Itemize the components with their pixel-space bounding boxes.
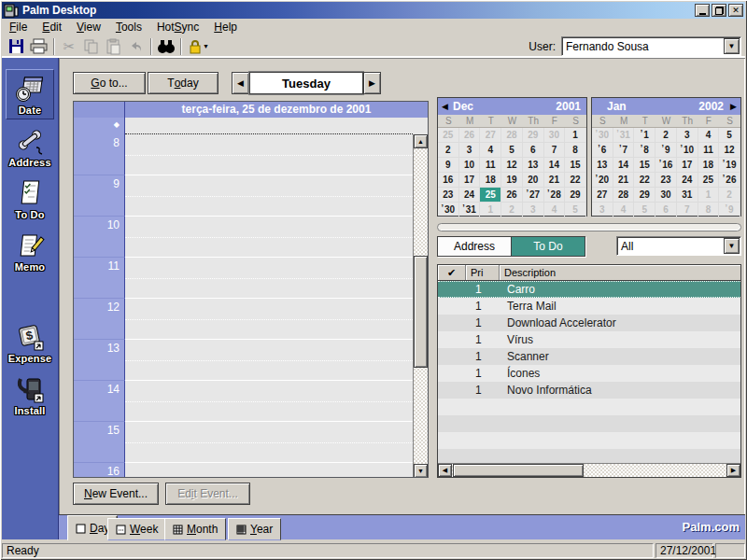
calendar-day[interactable]: 20 — [523, 173, 544, 188]
calendar-day[interactable]: 30 — [655, 188, 677, 203]
tab-year-view[interactable]: Year — [228, 518, 281, 540]
hour-slot[interactable] — [125, 422, 413, 463]
column-priority[interactable]: Pri — [466, 265, 500, 280]
calendar-day[interactable]: 1 — [480, 203, 501, 217]
calendar-day[interactable]: 27 — [480, 128, 501, 143]
tab-address[interactable]: Address — [438, 237, 511, 256]
calendar-day[interactable]: 12 — [719, 143, 740, 158]
calendar-day[interactable]: 11 — [480, 158, 501, 173]
calendar-day[interactable]: ’26 — [719, 173, 740, 188]
calendar-day[interactable]: 4 — [480, 143, 501, 158]
calendar-day[interactable]: 18 — [698, 158, 720, 173]
calendar-day[interactable]: ’7 — [613, 143, 635, 158]
menu-help[interactable]: Help — [206, 20, 245, 35]
next-month-icon[interactable]: ▶ — [726, 102, 737, 111]
print-button[interactable] — [28, 36, 50, 57]
column-checkmark[interactable]: ✔ — [438, 265, 466, 280]
menu-view[interactable]: View — [69, 20, 108, 35]
calendar-day[interactable]: 2 — [438, 143, 459, 158]
calendar-day[interactable]: 3 — [592, 203, 613, 217]
hour-slot[interactable] — [125, 299, 413, 340]
calendar-day[interactable]: 23 — [438, 188, 459, 203]
calendar-day[interactable]: ’30 — [438, 203, 459, 217]
calendar-day[interactable]: 16 — [438, 173, 459, 188]
calendar-day[interactable]: 1 — [698, 188, 720, 203]
scroll-down-button[interactable]: ▼ — [414, 464, 428, 478]
calendar-day[interactable]: 19 — [501, 173, 523, 188]
hour-slot[interactable] — [125, 340, 413, 381]
calendar-day[interactable]: ’16 — [655, 158, 677, 173]
menu-tools[interactable]: Tools — [108, 20, 149, 35]
calendar-day[interactable]: 2 — [719, 188, 740, 203]
calendar-day[interactable]: 6 — [523, 143, 544, 158]
calendar-day[interactable]: 5 — [634, 203, 655, 217]
lock-button[interactable]: ▼ — [185, 36, 213, 57]
calendar-day[interactable]: 27 — [592, 188, 613, 203]
calendar-day[interactable]: 4 — [613, 203, 635, 217]
calendar-day[interactable]: 6 — [655, 203, 677, 217]
calendar-day[interactable]: 2 — [501, 203, 523, 217]
calendar-day[interactable]: 18 — [480, 173, 501, 188]
calendar-day[interactable]: ’10 — [677, 143, 698, 158]
copy-button[interactable] — [80, 36, 103, 57]
calendar-day[interactable]: 5 — [565, 203, 586, 217]
calendar-day[interactable]: 31 — [677, 188, 698, 203]
sidebar-item-todo[interactable]: To Do — [6, 174, 54, 224]
restore-button[interactable] — [712, 4, 726, 17]
sidebar-item-address[interactable]: Address — [6, 121, 54, 172]
calendar-day[interactable]: 17 — [459, 173, 481, 188]
calendar-day[interactable]: 25 — [698, 173, 720, 188]
scrollbar-thumb[interactable] — [414, 256, 428, 368]
hour-slot[interactable] — [125, 258, 413, 299]
calendar-day[interactable]: 13 — [592, 158, 613, 173]
calendar-day[interactable]: ’1 — [634, 128, 655, 143]
tab-week-view[interactable]: Week — [107, 518, 166, 540]
calendar-day[interactable]: 5 — [501, 143, 523, 158]
find-button[interactable] — [155, 36, 177, 57]
calendar-day[interactable]: 2 — [655, 128, 677, 143]
calendar-day[interactable]: 7 — [544, 143, 566, 158]
calendar-day[interactable]: 11 — [698, 143, 720, 158]
calendar-day[interactable]: 15 — [634, 158, 655, 173]
calendar-day[interactable]: 26 — [501, 188, 523, 203]
calendar-day[interactable]: 1 — [565, 128, 586, 143]
calendar-day[interactable]: 17 — [677, 158, 698, 173]
calendar-day[interactable]: 7 — [677, 203, 698, 217]
menu-file[interactable]: File — [2, 20, 35, 35]
calendar-day[interactable]: 26 — [459, 128, 481, 143]
calendar-day[interactable]: 24 — [677, 173, 698, 188]
calendar-day[interactable]: 5 — [719, 128, 740, 143]
scrollbar-thumb[interactable] — [453, 464, 584, 477]
user-dropdown-arrow[interactable]: ▼ — [724, 38, 740, 54]
hour-slot[interactable] — [125, 175, 413, 217]
tab-month-view[interactable]: Month — [164, 518, 226, 540]
untimed-event-row[interactable]: ◆ — [74, 118, 413, 134]
calendar-day[interactable]: ’30 — [592, 128, 613, 143]
calendar-day[interactable]: 29 — [565, 188, 586, 203]
menu-hotsync[interactable]: HotSync — [149, 20, 206, 35]
edit-event-button[interactable]: Edit Event... — [165, 483, 250, 505]
calendar-day[interactable]: 15 — [565, 158, 586, 173]
calendar-day[interactable]: 21 — [613, 173, 635, 188]
calendar-day[interactable]: ’20 — [592, 173, 613, 188]
sidebar-item-date[interactable]: Date — [6, 69, 54, 119]
calendar-day[interactable]: 3 — [459, 143, 481, 158]
calendar-day[interactable]: ’6 — [592, 143, 613, 158]
calendar-day[interactable]: 14 — [613, 158, 635, 173]
calendar-day[interactable]: 4 — [544, 203, 566, 217]
todo-filter-select[interactable]: All ▼ — [616, 236, 741, 256]
todo-row[interactable]: 1Ícones — [438, 365, 740, 382]
today-button[interactable]: Today — [148, 72, 218, 94]
calendar-day[interactable]: ’9 — [655, 143, 677, 158]
calendar-day[interactable]: 3 — [523, 203, 544, 217]
user-select[interactable]: Fernando Sousa ▼ — [561, 36, 741, 56]
calendar-day[interactable]: 14 — [544, 158, 566, 173]
calendar-day[interactable]: ’28 — [544, 188, 566, 203]
prev-month-icon[interactable]: ◀ — [442, 102, 453, 111]
menu-edit[interactable]: Edit — [35, 20, 69, 35]
todo-row[interactable]: 1Carro — [438, 281, 740, 298]
todo-row[interactable]: 1Novo Informática — [438, 382, 740, 399]
calendar-day[interactable]: 29 — [634, 188, 655, 203]
calendar-day[interactable]: 8 — [698, 203, 720, 217]
calendar-day[interactable]: 9 — [438, 158, 459, 173]
